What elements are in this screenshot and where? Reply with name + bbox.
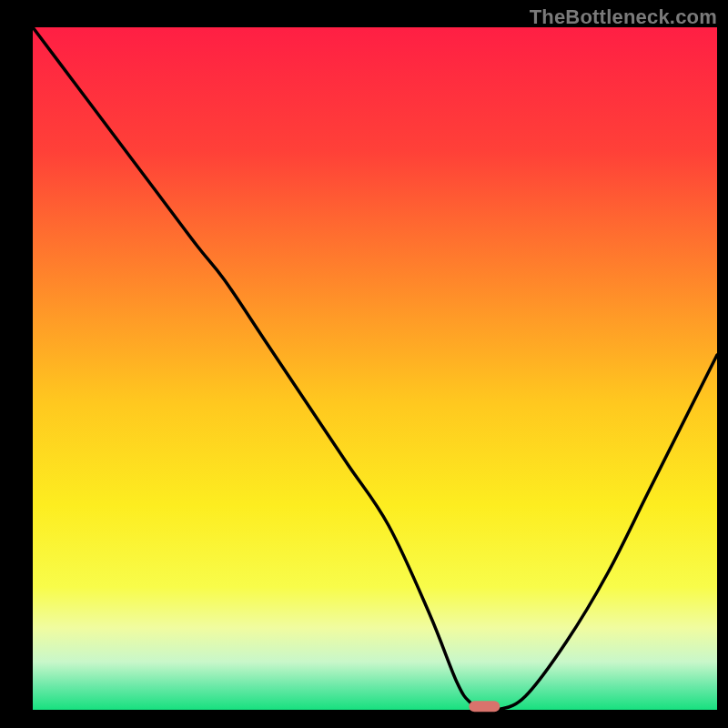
- chart-container: TheBottleneck.com: [0, 0, 728, 728]
- plot-background: [33, 27, 717, 710]
- chart-svg: [0, 0, 728, 728]
- optimal-marker: [469, 701, 500, 712]
- watermark-text: TheBottleneck.com: [530, 5, 717, 29]
